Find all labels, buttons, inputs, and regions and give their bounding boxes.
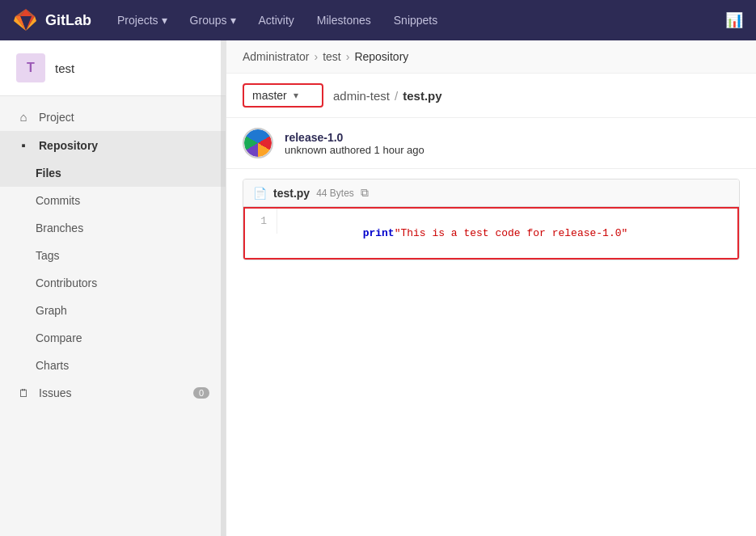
sidebar-item-project[interactable]: ⌂ Project [0,103,226,131]
sidebar-scrollbar[interactable] [221,40,226,536]
main-content: Administrator › test › Repository master… [226,40,756,536]
file-icon: 📄 [253,187,267,200]
sidebar-item-tags[interactable]: Tags [0,242,226,269]
commit-time: 1 hour ago [374,144,424,156]
gitlab-logo-area[interactable]: GitLab [13,7,91,33]
gitlab-wordmark: GitLab [45,12,91,29]
file-name: test.py [273,187,310,200]
file-path-prefix: admin-test [333,89,390,103]
issues-badge: 0 [193,387,209,399]
breadcrumb-test[interactable]: test [323,50,341,63]
project-name: test [55,61,74,75]
sidebar-item-files[interactable]: Files [0,159,226,187]
file-path-separator: / [395,89,398,103]
stats-icon[interactable]: 📊 [725,11,743,29]
commit-meta: unknown authored 1 hour ago [285,144,424,156]
branch-name: master [252,89,287,102]
sidebar-item-issues[interactable]: 🗒 Issues 0 [0,379,226,407]
avatar-image [244,129,272,157]
file-header: 📄 test.py 44 Bytes ⧉ [243,179,739,207]
sidebar-item-contributors[interactable]: Contributors [0,269,226,297]
chevron-down-icon: ▾ [230,14,236,27]
line-code-1[interactable]: print"This is a test code for release-1.… [277,209,737,258]
breadcrumb: Administrator › test › Repository [226,40,756,74]
nav-milestones[interactable]: Milestones [307,7,381,33]
top-navbar: GitLab Projects ▾ Groups ▾ Activity Mile… [0,0,756,40]
breadcrumb-current: Repository [354,50,408,63]
sidebar-nav: ⌂ Project ▪ Repository Files Commits Bra… [0,96,226,413]
sidebar-item-charts[interactable]: Charts [0,352,226,379]
avatar [243,128,273,158]
sidebar-item-compare[interactable]: Compare [0,324,226,352]
sidebar-item-repository[interactable]: ▪ Repository [0,131,226,159]
nav-activity[interactable]: Activity [249,7,304,33]
gitlab-logo-icon [13,7,39,33]
string-literal: "This is a test code for release-1.0" [395,227,628,239]
repository-icon: ▪ [16,138,31,152]
commit-info: release-1.0 unknown authored 1 hour ago [226,118,756,169]
breadcrumb-sep-2: › [346,50,350,63]
nav-links-container: Projects ▾ Groups ▾ Activity Milestones … [108,7,709,33]
file-path: admin-test / test.py [333,89,442,103]
branch-selector[interactable]: master ▾ [243,83,323,108]
page-layout: T test ⌂ Project ▪ Repository Files Comm… [0,40,756,536]
breadcrumb-sep-1: › [314,50,318,63]
branch-area: master ▾ admin-test / test.py [226,74,756,118]
sidebar: T test ⌂ Project ▪ Repository Files Comm… [0,40,226,536]
chevron-down-icon: ▾ [162,14,167,27]
nav-groups[interactable]: Groups ▾ [180,7,246,33]
code-line-1: 1 print"This is a test code for release-… [245,209,737,258]
commit-details: release-1.0 unknown authored 1 hour ago [285,131,424,156]
code-block: 1 print"This is a test code for release-… [243,207,739,260]
sidebar-item-graph[interactable]: Graph [0,297,226,324]
nav-projects[interactable]: Projects ▾ [108,7,177,33]
sidebar-item-branches[interactable]: Branches [0,214,226,242]
file-path-filename: test.py [403,89,441,103]
sidebar-item-commits[interactable]: Commits [0,187,226,214]
keyword-print: print [363,227,395,239]
project-avatar: T [16,53,45,82]
line-number-1: 1 [245,209,277,234]
copy-icon[interactable]: ⧉ [361,186,369,200]
home-icon: ⌂ [16,110,31,124]
project-header: T test [0,40,226,96]
issues-icon: 🗒 [16,387,31,399]
file-size: 44 Bytes [316,188,354,199]
commit-title[interactable]: release-1.0 [285,131,424,144]
file-viewer: 📄 test.py 44 Bytes ⧉ 1 print"This is a t… [243,179,740,260]
branch-dropdown-icon: ▾ [294,90,298,101]
commit-author: unknown [285,144,327,156]
nav-snippets[interactable]: Snippets [384,7,447,33]
breadcrumb-administrator[interactable]: Administrator [243,50,309,63]
